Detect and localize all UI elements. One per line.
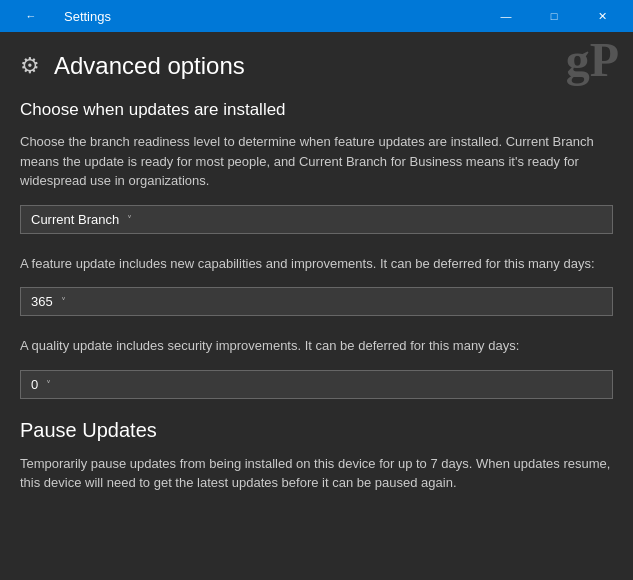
branch-section: Choose when updates are installed Choose… xyxy=(20,100,613,234)
branch-dropdown-arrow: ˅ xyxy=(127,214,132,225)
quality-update-section: A quality update includes security impro… xyxy=(20,336,613,399)
minimize-icon: — xyxy=(501,10,512,22)
back-icon: ← xyxy=(26,10,37,22)
feature-update-section: A feature update includes new capabiliti… xyxy=(20,254,613,317)
maximize-button[interactable]: □ xyxy=(531,0,577,32)
branch-description: Choose the branch readiness level to det… xyxy=(20,132,613,191)
feature-days-dropdown[interactable]: 365 ˅ xyxy=(20,287,613,316)
maximize-icon: □ xyxy=(551,10,558,22)
back-button[interactable]: ← xyxy=(8,0,54,32)
close-icon: ✕ xyxy=(598,10,607,23)
page-header: ⚙ Advanced options xyxy=(20,52,613,80)
title-bar: ← Settings — □ ✕ xyxy=(0,0,633,32)
branch-section-title: Choose when updates are installed xyxy=(20,100,613,120)
feature-days-arrow: ˅ xyxy=(61,296,66,307)
feature-update-description: A feature update includes new capabiliti… xyxy=(20,254,613,274)
branch-dropdown[interactable]: Current Branch ˅ xyxy=(20,205,613,234)
feature-days-value: 365 xyxy=(31,294,53,309)
quality-days-arrow: ˅ xyxy=(46,379,51,390)
gear-icon: ⚙ xyxy=(20,53,40,79)
window-controls: — □ ✕ xyxy=(483,0,625,32)
window-title: Settings xyxy=(64,9,483,24)
close-button[interactable]: ✕ xyxy=(579,0,625,32)
main-content: ⚙ Advanced options Choose when updates a… xyxy=(0,32,633,580)
minimize-button[interactable]: — xyxy=(483,0,529,32)
page-title: Advanced options xyxy=(54,52,245,80)
pause-description: Temporarily pause updates from being ins… xyxy=(20,454,613,493)
pause-section: Pause Updates Temporarily pause updates … xyxy=(20,419,613,493)
quality-days-dropdown[interactable]: 0 ˅ xyxy=(20,370,613,399)
quality-update-description: A quality update includes security impro… xyxy=(20,336,613,356)
quality-days-value: 0 xyxy=(31,377,38,392)
pause-title: Pause Updates xyxy=(20,419,613,442)
branch-dropdown-value: Current Branch xyxy=(31,212,119,227)
